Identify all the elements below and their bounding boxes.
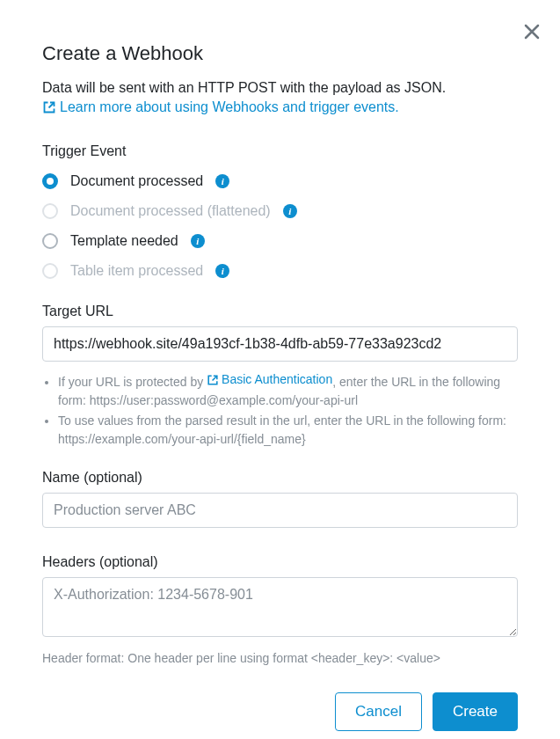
close-button[interactable]	[521, 21, 542, 42]
radio-input[interactable]	[42, 173, 58, 189]
radio-label: Document processed (flattened)	[70, 203, 271, 219]
info-icon[interactable]	[215, 174, 229, 188]
helper-item: To use values from the parsed result in …	[58, 412, 518, 449]
radio-input[interactable]	[42, 233, 58, 249]
trigger-event-group: Document processed Document processed (f…	[42, 166, 518, 286]
learn-more-link[interactable]: Learn more about using Webhooks and trig…	[42, 99, 399, 115]
modal-actions: Cancel Create	[42, 692, 518, 731]
headers-input[interactable]	[42, 577, 518, 637]
radio-label: Table item processed	[70, 263, 203, 279]
name-field: Name (optional)	[42, 470, 518, 537]
info-icon[interactable]	[191, 234, 205, 248]
target-url-helper: If your URL is protected by Basic Authen…	[42, 370, 518, 449]
info-icon[interactable]	[283, 204, 297, 218]
external-link-icon	[42, 100, 56, 114]
radio-input	[42, 203, 58, 219]
modal-title: Create a Webhook	[42, 42, 518, 65]
close-icon	[523, 23, 541, 40]
name-label: Name (optional)	[42, 470, 518, 486]
target-url-label: Target URL	[42, 304, 518, 319]
cancel-button[interactable]: Cancel	[335, 692, 422, 731]
basic-auth-link[interactable]: Basic Authentication	[207, 370, 332, 389]
radio-template-needed[interactable]: Template needed	[42, 226, 518, 256]
headers-field: Headers (optional) Header format: One he…	[42, 554, 518, 668]
radio-label: Template needed	[70, 233, 178, 249]
info-icon[interactable]	[215, 264, 229, 278]
radio-table-item-processed: Table item processed	[42, 256, 518, 286]
radio-label: Document processed	[70, 173, 203, 189]
external-link-icon	[207, 374, 219, 386]
radio-document-processed-flattened: Document processed (flattened)	[42, 196, 518, 226]
radio-document-processed[interactable]: Document processed	[42, 166, 518, 196]
target-url-field: Target URL If your URL is protected by B…	[42, 304, 518, 449]
name-input[interactable]	[42, 493, 518, 528]
create-button[interactable]: Create	[433, 692, 518, 731]
create-webhook-modal: Create a Webhook Data will be sent with …	[0, 0, 560, 739]
target-url-input[interactable]	[42, 326, 518, 362]
headers-label: Headers (optional)	[42, 554, 518, 570]
modal-subtitle: Data will be sent with an HTTP POST with…	[42, 77, 518, 99]
headers-helper: Header format: One header per line using…	[42, 649, 518, 668]
helper-item: If your URL is protected by Basic Authen…	[58, 370, 518, 410]
radio-input	[42, 263, 58, 279]
trigger-event-label: Trigger Event	[42, 143, 518, 159]
learn-more-label: Learn more about using Webhooks and trig…	[60, 99, 399, 115]
